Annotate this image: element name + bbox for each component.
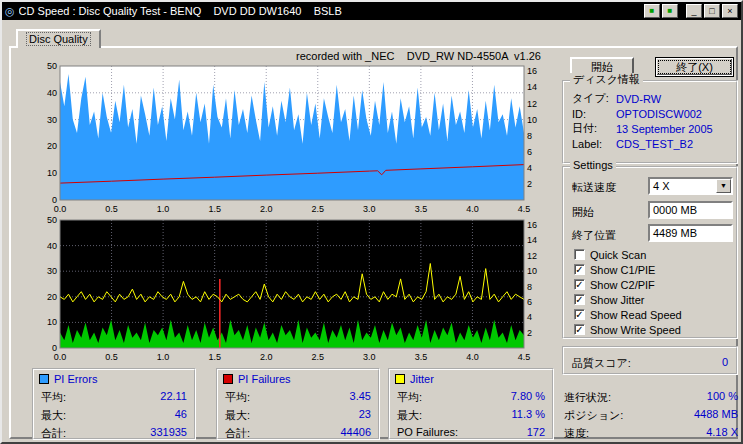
quality-score-row: 品質スコア: 0 [572, 356, 728, 371]
stat-row: 平均: 7.80 % [397, 390, 545, 403]
svg-text:3.0: 3.0 [363, 204, 376, 214]
stat-row: 最大: 46 [41, 408, 187, 421]
close-button[interactable]: × [722, 4, 738, 18]
checkbox-show-c1-pie[interactable]: ✓ Show C1/PIE [574, 263, 655, 276]
exit-button[interactable]: 終了(X) [655, 57, 734, 77]
disc-label-row: Label: CDS_TEST_B2 [572, 137, 730, 150]
svg-text:50: 50 [47, 215, 57, 225]
stat-label: 平均: [397, 390, 422, 403]
svg-text:14: 14 [527, 235, 537, 245]
app-window: ◎ CD Speed : Disc Quality Test - BENQ DV… [0, 0, 743, 444]
stat-label: PO Failures: [397, 426, 458, 439]
settings-legend: Settings [570, 159, 616, 171]
svg-text:4.0: 4.0 [466, 352, 479, 362]
svg-text:4.5: 4.5 [518, 204, 531, 214]
svg-text:4: 4 [527, 163, 532, 173]
pi-errors-stats-header: PI Errors [39, 373, 97, 385]
stat-value: 7.80 % [511, 390, 545, 403]
speed-value: 4 X [650, 180, 716, 192]
checkbox-icon[interactable]: ✓ [574, 324, 585, 335]
app-icon: ◎ [5, 5, 15, 18]
disc-date-value: 13 September 2005 [616, 123, 730, 135]
start-pos-label: 開始 [572, 205, 594, 220]
svg-text:6: 6 [527, 147, 532, 157]
speed-label: 転送速度 [572, 180, 616, 195]
checkbox-show-c2-pif[interactable]: ✓ Show C2/PIF [574, 278, 655, 291]
svg-text:50: 50 [47, 61, 57, 71]
tab-disc-quality[interactable]: Disc Quality [16, 29, 101, 48]
quality-score-group: 品質スコア: 0 [562, 346, 738, 375]
speed-row-value: 4.18 X [706, 426, 738, 439]
stat-value: 11.3 % [512, 408, 545, 421]
disc-id-row: ID: OPTODISCW002 [572, 107, 730, 120]
disc-info-group: ディスク情報 タイプ: DVD-RW ID: OPTODISCW002 日付: … [562, 80, 738, 164]
titlebar-green-icon-2[interactable]: ■ [662, 4, 678, 18]
disc-id-value: OPTODISCW002 [616, 108, 730, 120]
svg-text:3.0: 3.0 [363, 352, 376, 362]
titlebar: ◎ CD Speed : Disc Quality Test - BENQ DV… [2, 2, 741, 20]
svg-text:16: 16 [527, 220, 537, 230]
chevron-down-icon[interactable]: ▼ [716, 179, 731, 193]
stat-value: 3.45 [350, 390, 371, 403]
start-pos-field[interactable]: 0000 MB [648, 201, 733, 219]
disc-type-value: DVD-RW [616, 93, 730, 105]
disc-label-value: CDS_TEST_B2 [616, 138, 730, 150]
svg-text:3.5: 3.5 [415, 352, 428, 362]
disc-date-row: 日付: 13 September 2005 [572, 122, 730, 135]
end-pos-field[interactable]: 4489 MB [648, 224, 733, 242]
checkbox-show-jitter[interactable]: ✓ Show Jitter [574, 293, 644, 306]
jitter-stats-header: Jitter [395, 373, 434, 385]
checkbox-label: Show Write Speed [590, 324, 681, 336]
checkbox-icon[interactable]: ✓ [574, 279, 585, 290]
minimize-button[interactable]: _ [686, 4, 702, 18]
pi-errors-stats-box: PI Errors 平均: 22.11 最大: 46 合計: 331935 [32, 368, 196, 440]
svg-text:0.0: 0.0 [54, 352, 67, 362]
progress-label: 進行状況: [564, 390, 611, 403]
stat-row: 平均: 3.45 [225, 390, 371, 403]
maximize-button[interactable]: □ [704, 4, 720, 18]
pi-errors-title: PI Errors [54, 373, 97, 385]
jitter-title: Jitter [410, 373, 434, 385]
stat-row: 最大: 11.3 % [397, 408, 545, 421]
svg-text:6: 6 [527, 297, 532, 307]
checkbox-show-read-speed[interactable]: ✓ Show Read Speed [574, 308, 682, 321]
checkbox-icon[interactable]: ✓ [574, 264, 585, 275]
stat-row: 合計: 44406 [225, 426, 371, 439]
disc-date-label: 日付: [572, 121, 616, 136]
stat-value: 46 [175, 408, 187, 421]
checkbox-label: Quick Scan [590, 249, 646, 261]
checkbox-quick-scan[interactable]: Quick Scan [574, 248, 646, 261]
window-title: CD Speed : Disc Quality Test - BENQ DVD … [19, 5, 342, 17]
pi-failures-stats-header: PI Failures [223, 373, 291, 385]
checkbox-icon[interactable] [574, 249, 585, 260]
speed-row: 速度: 4.18 X [564, 426, 738, 439]
svg-text:40: 40 [47, 88, 57, 98]
pi-failures-stats-box: PI Failures 平均: 3.45 最大: 23 合計: 44406 [216, 368, 380, 440]
svg-text:20: 20 [47, 141, 57, 151]
svg-text:10: 10 [527, 266, 537, 276]
titlebar-green-icon-1[interactable]: ■ [644, 4, 660, 18]
checkbox-icon[interactable]: ✓ [574, 309, 585, 320]
disc-type-row: タイプ: DVD-RW [572, 92, 730, 105]
position-label: ポジション: [564, 408, 623, 421]
speed-select[interactable]: 4 X ▼ [648, 177, 733, 195]
settings-group: Settings 転送速度 4 X ▼ 開始 0000 MB 終了位置 4489… [562, 166, 738, 339]
jitter-stats-box: Jitter 平均: 7.80 % 最大: 11.3 % PO Failures… [388, 368, 554, 440]
pi-failures-swatch-icon [223, 374, 233, 384]
pi-errors-swatch-icon [39, 374, 49, 384]
svg-text:40: 40 [47, 241, 57, 251]
svg-text:1.0: 1.0 [157, 204, 170, 214]
svg-text:8: 8 [527, 131, 532, 141]
svg-text:1.5: 1.5 [208, 204, 221, 214]
stat-value: 22.11 [160, 390, 187, 403]
stat-label: 最大: [397, 408, 422, 421]
svg-text:0.5: 0.5 [105, 204, 118, 214]
svg-text:10: 10 [527, 115, 537, 125]
tab-label: Disc Quality [27, 33, 90, 45]
disc-label-label: Label: [572, 138, 616, 150]
svg-text:4.5: 4.5 [518, 352, 531, 362]
svg-text:0.0: 0.0 [54, 204, 67, 214]
stat-value: 23 [359, 408, 371, 421]
checkbox-icon[interactable]: ✓ [574, 294, 585, 305]
checkbox-show-write-speed[interactable]: ✓ Show Write Speed [574, 323, 681, 336]
